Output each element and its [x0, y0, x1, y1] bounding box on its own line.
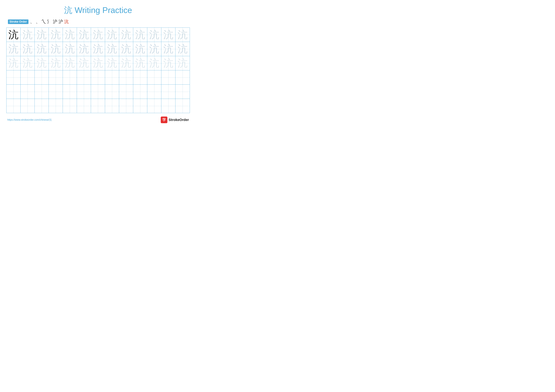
cell-character: 沆	[79, 30, 89, 40]
grid-row-4	[7, 85, 190, 99]
footer-url[interactable]: https://www.strokeorder.com/chinese/沆	[7, 118, 52, 121]
practice-grid: 沆沆沆沆沆沆沆沆沆沆沆沆沆沆沆沆沆沆沆沆沆沆沆沆沆沆沆沆沆沆沆沆沆沆沆沆沆沆沆	[6, 28, 190, 113]
grid-cell[interactable]	[49, 85, 63, 99]
grid-cell[interactable]: 沆	[91, 42, 105, 56]
cell-character: 沆	[149, 44, 159, 54]
grid-cell[interactable]: 沆	[49, 28, 63, 42]
grid-cell[interactable]: 沆	[63, 28, 77, 42]
cell-character: 沆	[37, 44, 47, 54]
grid-cell[interactable]: 沆	[35, 42, 49, 56]
grid-cell[interactable]: 沆	[175, 28, 190, 42]
grid-cell[interactable]: 沆	[63, 56, 77, 70]
grid-cell[interactable]: 沆	[105, 56, 119, 70]
grid-cell[interactable]: 沆	[105, 42, 119, 56]
grid-cell[interactable]	[119, 70, 133, 85]
grid-cell[interactable]: 沆	[105, 28, 119, 42]
grid-cell[interactable]	[147, 85, 161, 99]
grid-cell[interactable]	[161, 70, 175, 85]
grid-cell[interactable]	[91, 85, 105, 99]
grid-cell[interactable]: 沆	[119, 42, 133, 56]
grid-cell[interactable]: 沆	[147, 42, 161, 56]
grid-cell[interactable]: 沆	[77, 28, 91, 42]
grid-cell[interactable]	[133, 99, 147, 113]
cell-character: 沆	[79, 58, 89, 68]
stroke-7: 沆	[64, 19, 69, 25]
grid-cell[interactable]	[63, 99, 77, 113]
grid-cell[interactable]: 沆	[21, 28, 35, 42]
grid-cell[interactable]: 沆	[133, 42, 147, 56]
grid-cell[interactable]	[21, 85, 35, 99]
grid-cell[interactable]	[77, 85, 91, 99]
grid-cell[interactable]: 沆	[77, 42, 91, 56]
grid-cell[interactable]	[147, 99, 161, 113]
grid-cell[interactable]: 沆	[119, 28, 133, 42]
cell-character: 沆	[22, 58, 33, 68]
cell-character: 沆	[37, 58, 47, 68]
grid-cell[interactable]	[91, 99, 105, 113]
grid-row-0: 沆沆沆沆沆沆沆沆沆沆沆沆沆	[7, 28, 190, 42]
grid-cell[interactable]	[175, 99, 190, 113]
grid-cell[interactable]	[91, 70, 105, 85]
cell-character: 沆	[22, 30, 33, 40]
grid-cell[interactable]	[21, 70, 35, 85]
grid-cell[interactable]: 沆	[21, 56, 35, 70]
grid-cell[interactable]	[35, 70, 49, 85]
grid-cell[interactable]	[161, 85, 175, 99]
grid-cell[interactable]: 沆	[7, 56, 21, 70]
grid-cell[interactable]: 沆	[161, 28, 175, 42]
grid-cell[interactable]: 沆	[91, 28, 105, 42]
grid-cell[interactable]: 沆	[49, 56, 63, 70]
grid-cell[interactable]: 沆	[175, 42, 190, 56]
grid-cell[interactable]: 沆	[147, 28, 161, 42]
grid-cell[interactable]: 沆	[133, 28, 147, 42]
grid-cell[interactable]: 沆	[7, 42, 21, 56]
grid-cell[interactable]: 沆	[63, 42, 77, 56]
grid-cell[interactable]: 沆	[161, 56, 175, 70]
logo-icon: 字	[161, 117, 167, 123]
grid-cell[interactable]	[161, 99, 175, 113]
grid-cell[interactable]	[21, 99, 35, 113]
grid-cell[interactable]: 沆	[35, 56, 49, 70]
grid-cell[interactable]	[175, 85, 190, 99]
grid-cell[interactable]	[175, 70, 190, 85]
grid-cell[interactable]	[133, 70, 147, 85]
grid-cell[interactable]: 沆	[91, 56, 105, 70]
grid-cell[interactable]	[105, 99, 119, 113]
grid-cell[interactable]	[35, 99, 49, 113]
grid-cell[interactable]: 沆	[7, 28, 21, 42]
cell-character: 沆	[8, 30, 19, 40]
grid-cell[interactable]	[105, 70, 119, 85]
grid-cell[interactable]: 沆	[147, 56, 161, 70]
grid-cell[interactable]	[7, 70, 21, 85]
grid-cell[interactable]	[49, 99, 63, 113]
grid-row-3	[7, 70, 190, 85]
grid-cell[interactable]	[119, 99, 133, 113]
grid-cell[interactable]	[119, 85, 133, 99]
grid-cell[interactable]	[63, 85, 77, 99]
grid-cell[interactable]: 沆	[161, 42, 175, 56]
grid-cell[interactable]: 沆	[119, 56, 133, 70]
grid-cell[interactable]	[63, 70, 77, 85]
grid-cell[interactable]	[133, 85, 147, 99]
grid-cell[interactable]	[35, 85, 49, 99]
stroke-4: 氵	[47, 19, 51, 25]
grid-cell[interactable]: 沆	[77, 56, 91, 70]
grid-cell[interactable]	[147, 70, 161, 85]
stroke-order-badge: Stroke Order	[8, 20, 29, 24]
page-title: 沆 Writing Practice	[6, 5, 190, 16]
grid-cell[interactable]	[49, 70, 63, 85]
grid-cell[interactable]: 沆	[175, 56, 190, 70]
stroke-sequence: 、 、 乀 氵 沪 沪 沆	[30, 19, 69, 25]
grid-cell[interactable]	[77, 70, 91, 85]
grid-cell[interactable]	[7, 99, 21, 113]
footer-logo: 字 StrokeOrder	[161, 117, 189, 123]
cell-character: 沆	[135, 58, 145, 68]
grid-cell[interactable]: 沆	[133, 56, 147, 70]
grid-cell[interactable]: 沆	[35, 28, 49, 42]
grid-cell[interactable]	[105, 85, 119, 99]
grid-cell[interactable]	[7, 85, 21, 99]
grid-cell[interactable]	[77, 99, 91, 113]
cell-character: 沆	[121, 58, 131, 68]
grid-cell[interactable]: 沆	[49, 42, 63, 56]
grid-cell[interactable]: 沆	[21, 42, 35, 56]
